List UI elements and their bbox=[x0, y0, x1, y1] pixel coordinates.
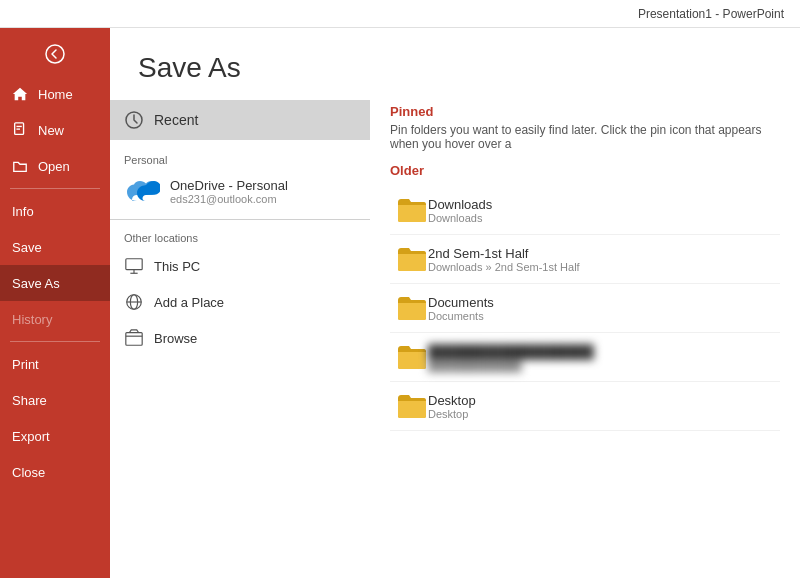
browse-icon bbox=[124, 328, 144, 348]
sidebar-item-info[interactable]: Info bbox=[0, 193, 110, 229]
pc-icon bbox=[124, 256, 144, 276]
back-button[interactable] bbox=[0, 36, 110, 72]
sidebar-item-home-label: Home bbox=[38, 87, 73, 102]
location-recent-label: Recent bbox=[154, 112, 198, 128]
sidebar-item-history-label: History bbox=[12, 312, 52, 327]
content-body: Recent Personal OneDrive - Personal bbox=[110, 100, 800, 578]
folder-icon-documents bbox=[396, 292, 428, 324]
onedrive-info: OneDrive - Personal eds231@outlook.com bbox=[170, 178, 288, 205]
svg-point-0 bbox=[46, 45, 64, 63]
folder-info-desktop: Desktop Desktop bbox=[428, 393, 476, 420]
folder-info-blurred: ██████████████████ ████████████ bbox=[428, 344, 594, 371]
open-icon bbox=[12, 157, 30, 175]
browse-label: Browse bbox=[154, 331, 197, 346]
folder-icon-2ndsem bbox=[396, 243, 428, 275]
sidebar-item-print[interactable]: Print bbox=[0, 346, 110, 382]
onedrive-name: OneDrive - Personal bbox=[170, 178, 288, 193]
sidebar-item-close[interactable]: Close bbox=[0, 454, 110, 490]
location-recent[interactable]: Recent bbox=[110, 100, 370, 140]
sidebar-divider-1 bbox=[10, 188, 100, 189]
sidebar-divider-2 bbox=[10, 341, 100, 342]
back-icon bbox=[45, 44, 65, 64]
locations-separator bbox=[110, 219, 370, 220]
svg-rect-11 bbox=[126, 333, 142, 346]
sidebar-item-close-label: Close bbox=[12, 465, 45, 480]
sidebar-item-save[interactable]: Save bbox=[0, 229, 110, 265]
sidebar-item-info-label: Info bbox=[12, 204, 34, 219]
location-this-pc[interactable]: This PC bbox=[110, 248, 370, 284]
sidebar-item-save-as-label: Save As bbox=[12, 276, 60, 291]
folder-name-desktop: Desktop bbox=[428, 393, 476, 408]
sidebar-item-save-as[interactable]: Save As bbox=[0, 265, 110, 301]
title-bar-text: Presentation1 - PowerPoint bbox=[638, 7, 784, 21]
sidebar-item-share-label: Share bbox=[12, 393, 47, 408]
add-place-label: Add a Place bbox=[154, 295, 224, 310]
sidebar: Home New Open Info bbox=[0, 28, 110, 578]
sidebar-item-history: History bbox=[0, 301, 110, 337]
folder-item-documents[interactable]: Documents Documents bbox=[390, 284, 780, 333]
title-bar: Presentation1 - PowerPoint bbox=[0, 0, 800, 28]
pinned-hint: Pin folders you want to easily find late… bbox=[390, 123, 780, 151]
sidebar-item-open[interactable]: Open bbox=[0, 148, 110, 184]
app-body: Home New Open Info bbox=[0, 28, 800, 578]
folders-panel: Pinned Pin folders you want to easily fi… bbox=[370, 100, 800, 578]
folder-item-desktop[interactable]: Desktop Desktop bbox=[390, 382, 780, 431]
location-add-place[interactable]: Add a Place bbox=[110, 284, 370, 320]
folder-info-documents: Documents Documents bbox=[428, 295, 494, 322]
folder-item-blurred[interactable]: ██████████████████ ████████████ bbox=[390, 333, 780, 382]
svg-rect-5 bbox=[126, 259, 142, 270]
folder-icon-blurred bbox=[396, 341, 428, 373]
onedrive-icon bbox=[124, 181, 160, 203]
folder-info-2ndsem: 2nd Sem-1st Half Downloads » 2nd Sem-1st… bbox=[428, 246, 580, 273]
home-icon bbox=[12, 85, 30, 103]
folder-path-2ndsem: Downloads » 2nd Sem-1st Half bbox=[428, 261, 580, 273]
sidebar-item-new-label: New bbox=[38, 123, 64, 138]
this-pc-label: This PC bbox=[154, 259, 200, 274]
sidebar-item-save-label: Save bbox=[12, 240, 42, 255]
older-label: Older bbox=[390, 163, 780, 178]
other-locations-label: Other locations bbox=[110, 226, 370, 248]
folder-path-documents: Documents bbox=[428, 310, 494, 322]
location-onedrive[interactable]: OneDrive - Personal eds231@outlook.com bbox=[110, 170, 370, 213]
folder-name-documents: Documents bbox=[428, 295, 494, 310]
folder-path-desktop: Desktop bbox=[428, 408, 476, 420]
sidebar-item-new[interactable]: New bbox=[0, 112, 110, 148]
folder-item-downloads[interactable]: Downloads Downloads bbox=[390, 186, 780, 235]
sidebar-item-print-label: Print bbox=[12, 357, 39, 372]
sidebar-item-open-label: Open bbox=[38, 159, 70, 174]
locations-panel: Recent Personal OneDrive - Personal bbox=[110, 100, 370, 578]
location-browse[interactable]: Browse bbox=[110, 320, 370, 356]
content-area: Save As Recent Personal bbox=[110, 28, 800, 578]
folder-icon-downloads bbox=[396, 194, 428, 226]
globe-icon bbox=[124, 292, 144, 312]
page-title: Save As bbox=[110, 28, 800, 100]
personal-section-label: Personal bbox=[110, 148, 370, 170]
folder-icon-desktop bbox=[396, 390, 428, 422]
folder-name-downloads: Downloads bbox=[428, 197, 492, 212]
folder-path-blurred: ████████████ bbox=[428, 359, 594, 371]
folder-info-downloads: Downloads Downloads bbox=[428, 197, 492, 224]
folder-name-2ndsem: 2nd Sem-1st Half bbox=[428, 246, 580, 261]
clock-icon bbox=[124, 110, 144, 130]
folder-item-2ndsem[interactable]: 2nd Sem-1st Half Downloads » 2nd Sem-1st… bbox=[390, 235, 780, 284]
sidebar-item-export[interactable]: Export bbox=[0, 418, 110, 454]
sidebar-item-home[interactable]: Home bbox=[0, 76, 110, 112]
folder-name-blurred: ██████████████████ bbox=[428, 344, 594, 359]
sidebar-item-share[interactable]: Share bbox=[0, 382, 110, 418]
sidebar-item-export-label: Export bbox=[12, 429, 50, 444]
pinned-label: Pinned bbox=[390, 104, 780, 119]
folder-path-downloads: Downloads bbox=[428, 212, 492, 224]
onedrive-email: eds231@outlook.com bbox=[170, 193, 288, 205]
new-icon bbox=[12, 121, 30, 139]
